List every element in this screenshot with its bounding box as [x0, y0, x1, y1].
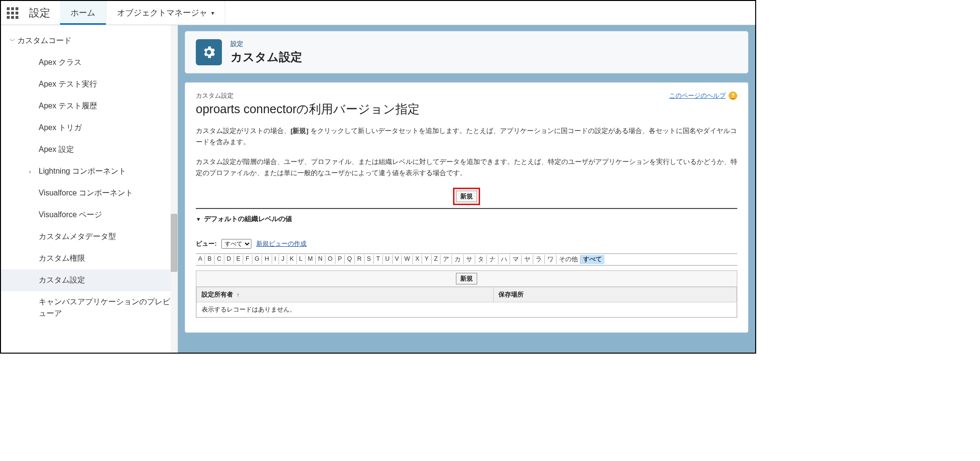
- alpha-ワ[interactable]: ワ: [545, 255, 556, 264]
- alpha-P[interactable]: P: [336, 255, 345, 264]
- col-location[interactable]: 保存場所: [494, 287, 737, 302]
- alpha-ハ[interactable]: ハ: [498, 255, 510, 264]
- alpha-サ[interactable]: サ: [464, 255, 475, 264]
- alpha-Y[interactable]: Y: [422, 255, 431, 264]
- alpha-X[interactable]: X: [413, 255, 422, 264]
- panel-breadcrumb: カスタム設定: [196, 91, 420, 100]
- alpha-R[interactable]: R: [355, 255, 365, 264]
- tab-home[interactable]: ホーム: [60, 1, 106, 25]
- sidebar-item-9[interactable]: カスタム権限: [1, 248, 177, 269]
- desc1b: [新規]: [291, 127, 308, 134]
- alpha-タ[interactable]: タ: [475, 255, 487, 264]
- sort-asc-icon: ↑: [237, 292, 240, 297]
- alpha-Q[interactable]: Q: [345, 255, 355, 264]
- app-launcher-button[interactable]: [1, 1, 24, 25]
- alpha-カ[interactable]: カ: [452, 255, 464, 264]
- sidebar-item-2[interactable]: Apex テスト履歴: [1, 95, 177, 117]
- col-owner[interactable]: 設定所有者 ↑: [197, 287, 494, 302]
- alpha-C[interactable]: C: [215, 255, 224, 264]
- view-label: ビュー:: [196, 239, 217, 248]
- records-table: 設定所有者 ↑ 保存場所 表示するレコードはありません。: [196, 287, 737, 317]
- alpha-index: ABCDEFGHIJKLMNOPQRSTUVWXYZアカサタナハマヤラワその他す…: [196, 253, 737, 266]
- empty-message: 表示するレコードはありません。: [197, 302, 737, 317]
- alpha-E[interactable]: E: [234, 255, 243, 264]
- alpha-Z[interactable]: Z: [432, 255, 441, 264]
- help-link[interactable]: このページのヘルプ ?: [669, 91, 737, 100]
- sidebar-item-label: Apex テスト実行: [39, 79, 97, 89]
- table-row-empty: 表示するレコードはありません。: [197, 302, 737, 317]
- gear-icon: [196, 39, 222, 65]
- sidebar-item-3[interactable]: Apex トリガ: [1, 117, 177, 139]
- alpha-マ[interactable]: マ: [510, 255, 522, 264]
- sidebar-item-0[interactable]: Apex クラス: [1, 52, 177, 74]
- description-1: カスタム設定がリストの場合、[新規] をクリックして新しいデータセットを追加しま…: [196, 126, 737, 148]
- sidebar-item-4[interactable]: Apex 設定: [1, 139, 177, 161]
- chevron-down-icon: ﹀: [10, 37, 17, 45]
- alpha-J[interactable]: J: [279, 255, 287, 264]
- chevron-right-icon: ›: [29, 168, 37, 175]
- table-new-button[interactable]: 新規: [456, 273, 477, 284]
- sidebar-item-label: カスタム権限: [39, 253, 85, 264]
- alpha-K[interactable]: K: [287, 255, 296, 264]
- alpha-L[interactable]: L: [297, 255, 306, 264]
- sidebar-item-1[interactable]: Apex テスト実行: [1, 74, 177, 95]
- sidebar-item-8[interactable]: カスタムメタデータ型: [1, 226, 177, 248]
- table-new-row: 新規: [196, 271, 737, 287]
- main-area: 設定 カスタム設定 カスタム設定 oproarts connectorの利用バー…: [178, 25, 755, 353]
- alpha-T[interactable]: T: [374, 255, 383, 264]
- sidebar-item-label: Apex トリガ: [39, 123, 82, 133]
- sidebar-item-10[interactable]: カスタム設定: [1, 269, 177, 291]
- alpha-I[interactable]: I: [272, 255, 279, 264]
- new-button-row: 新規: [196, 188, 737, 205]
- alpha-U[interactable]: U: [383, 255, 393, 264]
- waffle-icon: [7, 7, 18, 19]
- sidebar-item-label: Visualforce コンポーネント: [39, 188, 133, 198]
- view-select[interactable]: すべて: [221, 239, 251, 249]
- chevron-down-icon: ▾: [211, 10, 214, 16]
- tab-home-label: ホーム: [71, 7, 95, 18]
- desc1a: カスタム設定がリストの場合、: [196, 127, 291, 134]
- view-row: ビュー: すべて 新規ビューの作成: [196, 239, 737, 249]
- sidebar-item-label: カスタムメタデータ型: [39, 232, 116, 242]
- alpha-H[interactable]: H: [262, 255, 272, 264]
- sidebar-parent-custom-code[interactable]: ﹀ カスタムコード: [1, 30, 177, 52]
- sidebar-item-label: Apex クラス: [39, 58, 82, 68]
- sidebar-item-label: Visualforce ページ: [39, 210, 102, 220]
- alpha-その他[interactable]: その他: [556, 255, 581, 264]
- alpha-O[interactable]: O: [325, 255, 336, 264]
- app-root: 設定 ホーム オブジェクトマネージャ ▾ ﹀ カスタムコード Apex クラスA…: [0, 0, 756, 354]
- alpha-D[interactable]: D: [224, 255, 234, 264]
- sidebar-scrollbar-thumb[interactable]: [171, 214, 177, 272]
- sidebar-item-11[interactable]: キャンバスアプリケーションのプレビューア: [1, 291, 177, 324]
- alpha-ヤ[interactable]: ヤ: [522, 255, 533, 264]
- divider: [196, 208, 737, 209]
- sidebar-item-6[interactable]: Visualforce コンポーネント: [1, 182, 177, 204]
- sidebar-item-5[interactable]: ›Lightning コンポーネント: [1, 161, 177, 182]
- sidebar-item-label: Apex テスト履歴: [39, 101, 97, 111]
- tab-object-manager[interactable]: オブジェクトマネージャ ▾: [106, 1, 225, 25]
- alpha-ア[interactable]: ア: [440, 255, 452, 264]
- alpha-S[interactable]: S: [365, 255, 374, 264]
- alpha-M[interactable]: M: [306, 255, 316, 264]
- alpha-A[interactable]: A: [196, 255, 205, 264]
- alpha-W[interactable]: W: [402, 255, 413, 264]
- alpha-N[interactable]: N: [316, 255, 325, 264]
- sidebar-item-7[interactable]: Visualforce ページ: [1, 204, 177, 226]
- alpha-V[interactable]: V: [393, 255, 402, 264]
- description-2: カスタム設定が階層の場合、ユーザ、プロファイル、または組織レベルに対してデータを…: [196, 157, 737, 179]
- alpha-B[interactable]: B: [205, 255, 214, 264]
- sidebar-scrollbar-track[interactable]: [171, 25, 177, 353]
- alpha-G[interactable]: G: [252, 255, 263, 264]
- alpha-ラ[interactable]: ラ: [533, 255, 545, 264]
- alpha-すべて[interactable]: すべて: [581, 255, 604, 264]
- sidebar: ﹀ カスタムコード Apex クラスApex テスト実行Apex テスト履歴Ap…: [1, 25, 178, 353]
- sidebar-item-label: Lightning コンポーネント: [39, 166, 126, 177]
- page-hero: 設定 カスタム設定: [185, 31, 748, 74]
- new-view-link[interactable]: 新規ビューの作成: [256, 239, 307, 248]
- records-table-wrap: 新規 設定所有者 ↑ 保存場所: [196, 270, 737, 318]
- new-button[interactable]: 新規: [456, 191, 477, 202]
- alpha-F[interactable]: F: [243, 255, 252, 264]
- section-default-org[interactable]: ▼デフォルトの組織レベルの値: [196, 213, 737, 225]
- alpha-ナ[interactable]: ナ: [487, 255, 498, 264]
- sidebar-parent-label: カスタムコード: [17, 36, 72, 46]
